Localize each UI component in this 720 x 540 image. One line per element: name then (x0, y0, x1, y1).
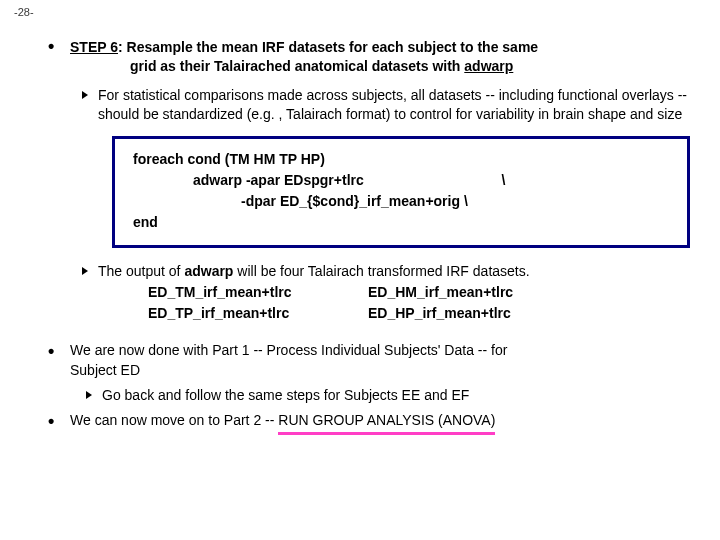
sub2-bold: adwarp (184, 263, 233, 279)
done-bullet-2: We can now move on to Part 2 -- RUN GROU… (70, 411, 700, 435)
out-hp: ED_HP_irf_mean+tlrc (368, 303, 588, 323)
step-label: STEP 6 (70, 39, 118, 55)
sub2-post: will be four Talairach transformed IRF d… (233, 263, 529, 279)
output-files: ED_TM_irf_mean+tlrc ED_TP_irf_mean+tlrc … (148, 282, 700, 323)
done2-pre: We can now move on to Part 2 -- (70, 412, 278, 428)
sub-bullet-3: Go back and follow the same steps for Su… (102, 386, 700, 405)
slide-content: STEP 6: Resample the mean IRF datasets f… (0, 0, 720, 435)
done1a: We are now done with Part 1 -- Process I… (70, 342, 507, 358)
step-colon: : (118, 39, 127, 55)
out-tp: ED_TP_irf_mean+tlrc (148, 303, 368, 323)
step-rest1: Resample the mean IRF datasets for each … (127, 39, 539, 55)
lower-bullets: We are now done with Part 1 -- Process I… (70, 341, 700, 435)
done-bullet-1: We are now done with Part 1 -- Process I… (70, 341, 700, 405)
code-line-2b: \ (502, 172, 506, 188)
step-title: STEP 6: Resample the mean IRF datasets f… (70, 38, 700, 76)
code-box: foreach cond (TM HM TP HP) adwarp -apar … (112, 136, 690, 248)
step-tool: adwarp (464, 58, 513, 74)
sub-bullet-1: For statistical comparisons made across … (98, 86, 700, 124)
out-hm: ED_HM_irf_mean+tlrc (368, 282, 588, 302)
code-line-3: -dpar ED_{$cond}_irf_mean+orig \ (133, 191, 669, 212)
out-tm: ED_TM_irf_mean+tlrc (148, 282, 368, 302)
code-line-2a: adwarp -apar EDspgr+tlrc (193, 172, 364, 188)
page-number: -28- (14, 6, 34, 18)
step-rest2: grid as their Talairached anatomical dat… (130, 58, 464, 74)
code-line-4: end (133, 212, 669, 233)
done1b: Subject ED (70, 362, 140, 378)
done2-highlight: RUN GROUP ANALYSIS (ANOVA) (278, 411, 495, 435)
sub-bullet-2: The output of adwarp will be four Talair… (98, 262, 700, 323)
sub2-pre: The output of (98, 263, 184, 279)
code-line-2: adwarp -apar EDspgr+tlrc \ (133, 170, 669, 191)
code-line-1: foreach cond (TM HM TP HP) (133, 149, 669, 170)
step-bullet: STEP 6: Resample the mean IRF datasets f… (70, 38, 700, 323)
